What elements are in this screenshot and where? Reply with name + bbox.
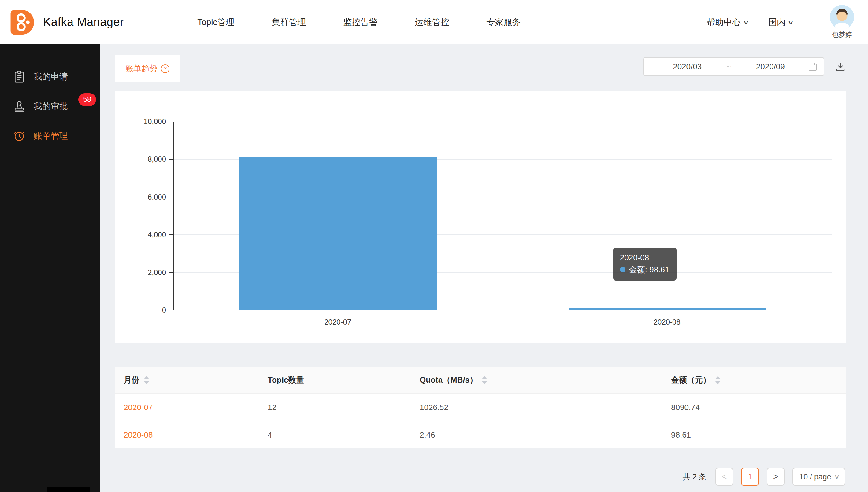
quota-value: 1026.52 (411, 403, 662, 412)
nav-monitor-alert[interactable]: 监控告警 (344, 17, 378, 28)
clipboard-icon (13, 70, 26, 83)
top-header: Kafka Manager Topic管理 集群管理 监控告警 运维管控 专家服… (0, 0, 868, 44)
region-dropdown[interactable]: 国内 ∨ (768, 17, 793, 28)
user-block[interactable]: 包梦婷 (830, 5, 854, 40)
y-tick-label: 0 (162, 306, 166, 315)
top-nav: Topic管理 集群管理 监控告警 运维管控 专家服务 (197, 17, 520, 28)
month-link[interactable]: 2020-08 (123, 430, 153, 440)
help-icon[interactable]: ? (161, 65, 169, 73)
y-tick-mark (169, 159, 173, 160)
column-header-quota[interactable]: Quota（MB/s） (411, 375, 662, 385)
header-right: 帮助中心 ∨ 国内 ∨ 包梦婷 (706, 5, 854, 40)
help-center-label: 帮助中心 (706, 17, 741, 28)
approval-count-badge: 58 (78, 93, 96, 106)
bill-icon (13, 129, 26, 142)
nav-topic-management[interactable]: Topic管理 (197, 17, 234, 28)
column-label: 金额（元） (671, 375, 711, 385)
y-tick-label: 6,000 (148, 193, 166, 201)
amount-value: 98.61 (662, 430, 846, 440)
chart-tooltip: 2020-08 金额: 98.61 (613, 248, 677, 280)
x-tick-label: 2020-07 (173, 318, 502, 326)
y-tick-mark (169, 310, 173, 310)
download-icon (835, 62, 846, 72)
nav-ops-control[interactable]: 运维管控 (415, 17, 449, 28)
tooltip-value: 金额: 98.61 (629, 265, 670, 274)
user-name: 包梦婷 (832, 30, 852, 40)
bar-2020-08[interactable] (568, 308, 766, 310)
app-logo-icon (8, 8, 36, 36)
chart-x-axis: 2020-072020-08 (173, 318, 831, 327)
y-tick-label: 2,000 (148, 268, 166, 277)
sidebar-item-my-applications[interactable]: 我的申请 (0, 62, 100, 91)
chart-crosshair (667, 122, 667, 310)
y-tick-mark (169, 235, 173, 235)
tooltip-title: 2020-08 (620, 252, 670, 264)
topic-count-value: 12 (259, 403, 411, 412)
column-header-amount[interactable]: 金额（元） (662, 375, 846, 385)
page-1-button[interactable]: 1 (741, 468, 759, 486)
user-avatar[interactable] (830, 5, 854, 29)
x-tick-label: 2020-08 (502, 318, 832, 326)
column-label: Quota（MB/s） (420, 375, 477, 385)
sidebar: 我的申请 我的审批 58 账单管理 (0, 44, 100, 492)
chevron-down-icon: ∨ (743, 19, 749, 26)
toolbar-right: 2020/03 ~ 2020/09 (643, 57, 846, 76)
page-size-select[interactable]: 10 / page ∨ (793, 468, 845, 486)
stamp-icon (13, 100, 26, 113)
pagination: 共 2 条 < 1 > 10 / page ∨ (115, 468, 846, 486)
chevron-right-icon: > (773, 472, 778, 482)
series-dot-icon (620, 267, 626, 272)
y-tick-mark (169, 122, 173, 122)
nav-expert-service[interactable]: 专家服务 (487, 17, 521, 28)
nav-cluster-management[interactable]: 集群管理 (272, 17, 306, 28)
region-label: 国内 (768, 17, 785, 28)
gridline (174, 122, 831, 122)
main-area: 账单趋势 ? 2020/03 ~ 2020/09 (100, 44, 868, 492)
chevron-down-icon: ∨ (788, 19, 794, 26)
column-header-topic-count: Topic数量 (259, 375, 411, 385)
column-label: Topic数量 (267, 375, 304, 385)
download-button[interactable] (835, 62, 846, 72)
chart-plot: 2020-08 金额: 98.61 (173, 122, 831, 310)
next-page-button[interactable]: > (767, 468, 784, 486)
app-title: Kafka Manager (43, 16, 124, 29)
y-tick-mark (169, 272, 173, 273)
total-count: 共 2 条 (682, 472, 706, 482)
page-size-value: 10 / page (799, 472, 831, 481)
tooltip-row: 金额: 98.61 (620, 264, 670, 276)
chart-y-axis: 10,0008,0006,0004,0002,0000 (115, 122, 166, 310)
bill-table: 月份 Topic数量 Quota（MB/s） 金额（元） 2020-07 12 (115, 367, 846, 448)
overlay-fragment (47, 487, 90, 492)
bar-2020-07[interactable] (239, 157, 437, 310)
chevron-left-icon: < (722, 472, 727, 482)
bill-trend-chart: 10,0008,0006,0004,0002,0000 2020-08 金额: … (115, 91, 846, 343)
sort-icon[interactable] (482, 376, 487, 384)
sidebar-item-label: 我的申请 (33, 71, 68, 82)
sidebar-item-my-approvals[interactable]: 我的审批 58 (0, 91, 100, 121)
date-separator: ~ (725, 62, 733, 72)
table-row: 2020-07 12 1026.52 8090.74 (115, 393, 846, 421)
date-range-picker[interactable]: 2020/03 ~ 2020/09 (643, 57, 824, 76)
column-label: 月份 (123, 375, 139, 385)
amount-value: 8090.74 (662, 403, 846, 412)
chevron-down-icon: ∨ (834, 474, 840, 480)
sidebar-item-bill-management[interactable]: 账单管理 (0, 121, 100, 151)
tab-label: 账单趋势 (125, 63, 157, 74)
date-end-input[interactable]: 2020/09 (733, 62, 808, 72)
sidebar-item-label: 账单管理 (33, 130, 68, 142)
y-tick-mark (169, 197, 173, 197)
sidebar-item-label: 我的审批 (33, 101, 68, 112)
sort-icon[interactable] (144, 376, 149, 384)
month-link[interactable]: 2020-07 (123, 403, 153, 412)
help-center-dropdown[interactable]: 帮助中心 ∨ (706, 17, 748, 28)
tab-bill-trend[interactable]: 账单趋势 ? (115, 55, 180, 82)
column-header-month[interactable]: 月份 (115, 375, 259, 385)
date-start-input[interactable]: 2020/03 (650, 62, 725, 72)
prev-page-button[interactable]: < (715, 468, 733, 486)
table-row: 2020-08 4 2.46 98.61 (115, 421, 846, 448)
calendar-icon (808, 62, 818, 72)
sort-icon[interactable] (715, 376, 721, 384)
y-tick-label: 8,000 (148, 155, 166, 164)
table-header-row: 月份 Topic数量 Quota（MB/s） 金额（元） (115, 367, 846, 393)
quota-value: 2.46 (411, 430, 662, 440)
